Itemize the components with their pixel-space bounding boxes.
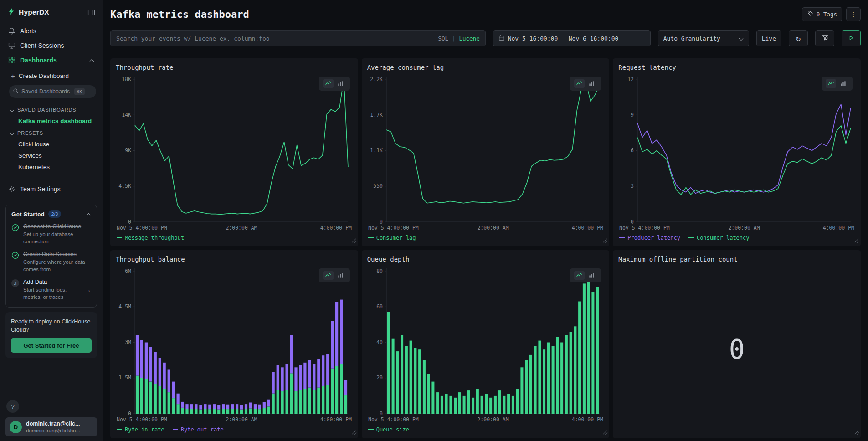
request-latency-chart[interactable]: 036912Nov 5 4:00:00 PM2:00:00 AM4:00:00 … bbox=[618, 73, 855, 232]
event-search-input[interactable] bbox=[116, 35, 433, 42]
date-range-picker[interactable]: Nov 5 16:00:00 - Nov 6 16:00:00 bbox=[493, 30, 651, 46]
sidebar-item-kafka-metrics-dashboard[interactable]: Kafka metrics dashboard bbox=[9, 115, 96, 127]
chart-type-toggle bbox=[570, 77, 601, 91]
nav-team-settings[interactable]: Team Settings bbox=[5, 182, 97, 196]
search-icon bbox=[13, 87, 19, 96]
saved-dashboards-search[interactable]: ⌘K bbox=[9, 85, 96, 98]
create-dashboard-label: Create Dashboard bbox=[19, 72, 69, 79]
get-started-free-button[interactable]: Get Started for Free bbox=[11, 338, 92, 353]
dashboard-grid: Throughput rate 04.5K9K14K18KNov 5 4:00:… bbox=[103, 58, 868, 438]
granularity-select[interactable]: Auto Granularity bbox=[658, 30, 749, 46]
panel-title: Request latency bbox=[618, 64, 855, 71]
resize-handle[interactable] bbox=[602, 429, 608, 437]
saved-dashboards-section-label: SAVED DASHBOARDS bbox=[17, 107, 76, 113]
line-chart-icon[interactable] bbox=[574, 271, 585, 280]
resize-handle[interactable] bbox=[853, 237, 859, 245]
metric-value: 0 bbox=[618, 263, 855, 436]
bar-chart-icon[interactable] bbox=[586, 79, 597, 88]
run-query-button[interactable] bbox=[842, 30, 861, 46]
svg-text:Nov 5 4:00:00 PM: Nov 5 4:00:00 PM bbox=[368, 416, 419, 423]
sidebar-item-services[interactable]: Services bbox=[9, 150, 96, 161]
line-chart-icon[interactable] bbox=[323, 271, 334, 280]
legend: Message throughput bbox=[116, 232, 353, 244]
refresh-button[interactable]: ↻ bbox=[789, 30, 808, 46]
plus-icon: + bbox=[11, 72, 15, 80]
presets-section-label: PRESETS bbox=[17, 130, 43, 136]
help-button[interactable]: ? bbox=[6, 400, 19, 413]
create-dashboard-button[interactable]: + Create Dashboard bbox=[9, 68, 96, 83]
panel-title: Queue depth bbox=[367, 256, 604, 263]
line-chart-icon[interactable] bbox=[826, 79, 836, 88]
legend: Producer latency Consumer latency bbox=[618, 232, 855, 244]
live-button[interactable]: Live bbox=[756, 30, 781, 46]
svg-text:0: 0 bbox=[128, 219, 131, 225]
svg-text:60: 60 bbox=[376, 303, 383, 310]
filter-button[interactable] bbox=[815, 30, 834, 46]
bar-chart-icon[interactable] bbox=[586, 271, 597, 280]
throughput-rate-chart[interactable]: 04.5K9K14K18KNov 5 4:00:00 PM2:00:00 AM4… bbox=[116, 73, 353, 232]
nav-client-sessions[interactable]: Client Sessions bbox=[5, 38, 97, 53]
step-add-data[interactable]: 3 Add Data Start sending logs, metrics, … bbox=[11, 279, 91, 301]
more-menu-button[interactable]: ⋮ bbox=[846, 7, 861, 21]
sidebar-item-clickhouse[interactable]: ClickHouse bbox=[9, 138, 96, 150]
resize-handle[interactable] bbox=[351, 429, 357, 437]
user-menu[interactable]: D dominic.tran@clic... dominic.tran@clic… bbox=[5, 417, 97, 436]
bar-chart-icon[interactable] bbox=[335, 271, 346, 280]
legend-item: Consumer lag bbox=[368, 235, 416, 241]
brand[interactable]: HyperDX bbox=[7, 7, 49, 17]
svg-text:2:00:00 AM: 2:00:00 AM bbox=[226, 416, 257, 423]
legend-item: Producer latency bbox=[619, 235, 680, 241]
step-number-icon: 3 bbox=[11, 279, 19, 301]
lucene-toggle[interactable]: Lucene bbox=[459, 35, 480, 42]
page-title: Kafka metrics dashboard bbox=[110, 9, 249, 20]
chevron-up-icon bbox=[87, 212, 91, 216]
throughput-balance-chart[interactable]: 01.5M3M4.5M6MNov 5 4:00:00 PM2:00:00 AM4… bbox=[116, 265, 353, 424]
presets-section-toggle[interactable]: PRESETS bbox=[9, 127, 96, 138]
bar-chart-icon[interactable] bbox=[335, 79, 346, 88]
deploy-promo: Ready to deploy on ClickHouse Cloud? Get… bbox=[5, 312, 97, 358]
legend: Queue size bbox=[367, 424, 604, 436]
sidebar-item-kubernetes[interactable]: Kubernetes bbox=[9, 161, 96, 173]
step-title: Add Data bbox=[23, 279, 81, 285]
get-started-card: Get Started 2/3 Connect to ClickHouse Se… bbox=[5, 205, 97, 308]
svg-text:4:00:00 PM: 4:00:00 PM bbox=[823, 225, 854, 231]
resize-handle[interactable] bbox=[351, 237, 357, 245]
tag-icon bbox=[807, 10, 813, 18]
average-consumer-lag-chart[interactable]: 05501.1K1.7K2.2KNov 5 4:00:00 PM2:00:00 … bbox=[367, 73, 604, 232]
calendar-icon bbox=[498, 35, 505, 42]
filter-icon bbox=[822, 34, 828, 42]
tags-button[interactable]: 0 Tags bbox=[802, 7, 842, 21]
gear-icon bbox=[8, 185, 15, 193]
resize-handle[interactable] bbox=[602, 237, 608, 245]
legend: Consumer lag bbox=[367, 232, 604, 244]
svg-text:4:00:00 PM: 4:00:00 PM bbox=[320, 225, 352, 231]
svg-text:1.1K: 1.1K bbox=[370, 147, 383, 154]
legend-item: Byte in rate bbox=[117, 426, 164, 433]
svg-text:14K: 14K bbox=[122, 112, 131, 118]
step-create-data-sources[interactable]: Create Data Sources Configure where your… bbox=[11, 251, 91, 273]
svg-text:4.5M: 4.5M bbox=[118, 303, 131, 310]
saved-dashboards-search-input[interactable] bbox=[21, 88, 72, 95]
sidebar-nav: Alerts Client Sessions Dashboards + Crea… bbox=[5, 24, 97, 196]
resize-handle[interactable] bbox=[853, 429, 859, 437]
line-chart-icon[interactable] bbox=[323, 79, 334, 88]
chevron-up-icon bbox=[90, 58, 94, 62]
nav-dashboards[interactable]: Dashboards bbox=[5, 53, 97, 67]
step-connect-clickhouse[interactable]: Connect to ClickHouse Set up your databa… bbox=[11, 223, 91, 245]
event-search[interactable]: SQL | Lucene bbox=[110, 30, 486, 46]
bar-chart-icon[interactable] bbox=[838, 79, 848, 88]
panel-max-offline-partition-count: Maximum offline partition count 0 bbox=[613, 250, 861, 438]
chart-type-toggle bbox=[570, 268, 601, 282]
collapse-sidebar-icon[interactable] bbox=[87, 9, 95, 16]
saved-dashboards-section-toggle[interactable]: SAVED DASHBOARDS bbox=[9, 103, 96, 115]
line-chart-icon[interactable] bbox=[574, 79, 585, 88]
hyperdx-logo-icon bbox=[7, 7, 15, 17]
deploy-text: Ready to deploy on ClickHouse Cloud? bbox=[11, 318, 92, 334]
sql-toggle[interactable]: SQL bbox=[438, 35, 448, 42]
nav-alerts[interactable]: Alerts bbox=[5, 24, 97, 38]
svg-text:0: 0 bbox=[380, 410, 383, 417]
page-header: Kafka metrics dashboard 0 Tags ⋮ bbox=[103, 0, 868, 21]
get-started-header[interactable]: Get Started 2/3 bbox=[11, 210, 91, 218]
refresh-icon: ↻ bbox=[796, 35, 801, 42]
queue-depth-chart[interactable]: 020406080Nov 5 4:00:00 PM2:00:00 AM4:00:… bbox=[367, 265, 604, 424]
